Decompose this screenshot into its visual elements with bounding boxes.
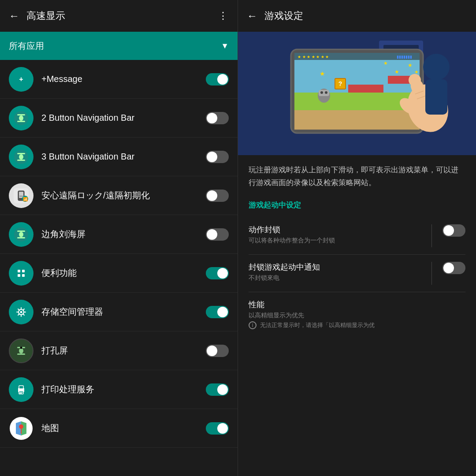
- svg-rect-16: [17, 231, 25, 232]
- svg-rect-61: [319, 90, 329, 96]
- info-icon: i: [249, 321, 257, 329]
- svg-point-73: [423, 54, 450, 80]
- svg-point-62: [320, 91, 323, 94]
- setting-subtitle: 不封锁來电: [249, 274, 426, 282]
- app-icon: [9, 106, 33, 130]
- app-icon: [9, 145, 33, 169]
- setting-text: 封锁游戏起动中通知 不封锁來电: [249, 262, 426, 282]
- svg-point-17: [19, 232, 23, 237]
- list-item: 便利功能: [0, 254, 238, 293]
- list-item: 3 Button Navigation Bar: [0, 138, 238, 176]
- app-icon: 📶: [9, 183, 33, 208]
- svg-text:★: ★: [320, 70, 325, 77]
- svg-rect-23: [22, 274, 25, 277]
- dropdown-arrow-icon: ▼: [221, 41, 229, 51]
- performance-sub: 以高精细显示为优先: [249, 312, 465, 320]
- game-settings-section-title: 游戏起动中设定: [249, 200, 465, 210]
- svg-rect-35: [19, 392, 23, 393]
- app-filter-dropdown[interactable]: 所有应用 ▼: [0, 32, 238, 60]
- list-item: 边角刘海屏: [0, 215, 238, 254]
- svg-text:★ ★ ★ ★ ★ ★ ★: ★ ★ ★ ★ ★ ★ ★: [298, 55, 329, 59]
- svg-rect-29: [17, 353, 25, 355]
- app-name: 存储空间管理器: [41, 306, 198, 318]
- svg-text:+: +: [19, 75, 23, 83]
- toggle-switch[interactable]: [443, 262, 465, 274]
- app-name: 3 Button Navigation Bar: [41, 152, 198, 162]
- svg-point-30: [20, 346, 22, 349]
- list-item: 打印处理服务: [0, 370, 238, 409]
- right-page-title: 游戏设定: [264, 9, 303, 22]
- list-item: + +Message: [0, 60, 238, 99]
- svg-point-4: [19, 115, 23, 121]
- svg-rect-74: [425, 79, 447, 115]
- svg-point-25: [20, 311, 22, 313]
- toggle-wrapper: [437, 224, 465, 237]
- toggle-switch[interactable]: [206, 73, 229, 86]
- app-name: 地图: [41, 422, 198, 434]
- svg-rect-5: [17, 121, 25, 122]
- app-icon: [9, 300, 33, 324]
- svg-text:★: ★: [414, 69, 419, 74]
- toggle-switch[interactable]: [206, 422, 229, 435]
- list-item: 存储空间管理器: [0, 293, 238, 331]
- setting-text: 动作封锁 可以将各种动作整合为一个封锁: [249, 224, 426, 245]
- list-item: 📶 安心遠隔ロック/遠隔初期化: [0, 176, 238, 215]
- game-description: 玩注册游戏时若从上部向下滑动，即可表示出游戏菜单，可以进行游戏画面的录像以及检索…: [249, 164, 465, 190]
- toggle-switch[interactable]: [206, 112, 229, 124]
- toggle-switch[interactable]: [206, 306, 229, 318]
- app-name: 2 Button Navigation Bar: [41, 113, 198, 123]
- svg-text:▮▮▮▮▮▮▮: ▮▮▮▮▮▮▮: [397, 55, 412, 59]
- setting-subtitle: 可以将各种动作整合为一个封锁: [249, 237, 426, 245]
- app-icon: [9, 338, 33, 363]
- svg-rect-36: [19, 393, 22, 394]
- list-item: 打孔屏: [0, 331, 238, 370]
- more-options-button[interactable]: ⋮: [218, 10, 229, 22]
- svg-rect-20: [18, 270, 20, 272]
- svg-text:★: ★: [383, 60, 388, 66]
- svg-rect-33: [19, 386, 23, 389]
- svg-point-63: [325, 91, 327, 94]
- right-back-button[interactable]: ←: [247, 10, 257, 22]
- app-name: 打印处理服务: [41, 383, 198, 395]
- toggle-switch[interactable]: [206, 190, 229, 202]
- performance-note: i 无法正常显示时，请选择「以高精细显示为优: [249, 321, 465, 330]
- app-icon: [9, 377, 33, 402]
- app-name: +Message: [41, 74, 198, 84]
- toggle-switch[interactable]: [206, 267, 229, 279]
- toggle-wrapper: [437, 262, 465, 274]
- app-icon: [9, 222, 33, 247]
- toggle-switch[interactable]: [206, 345, 229, 357]
- app-name: 边角刘海屏: [41, 228, 198, 240]
- app-name: 打孔屏: [41, 345, 198, 357]
- game-illustration: ? ★ ★ ★ ★ ★ ★ ★ ★ ★ ★ ★ ★ ▮▮▮▮▮▮▮: [238, 32, 476, 155]
- setting-action-lock: 动作封锁 可以将各种动作整合为一个封锁: [249, 217, 465, 255]
- svg-text:📶: 📶: [23, 197, 28, 202]
- svg-point-19: [14, 266, 28, 280]
- svg-rect-9: [17, 160, 25, 161]
- performance-section: 性能 以高精细显示为优先 i 无法正常显示时，请选择「以高精细显示为优: [249, 292, 465, 337]
- svg-rect-51: [348, 85, 383, 93]
- right-header: ← 游戏设定: [238, 0, 476, 32]
- right-panel: ← 游戏设定 ? ★: [238, 0, 476, 476]
- divider: [431, 224, 432, 247]
- list-item: 2 Button Navigation Bar: [0, 99, 238, 138]
- toggle-switch[interactable]: [206, 383, 229, 396]
- app-icon: [9, 416, 33, 441]
- right-content: 玩注册游戏时若从上部向下滑动，即可表示出游戏菜单，可以进行游戏画面的录像以及检索…: [238, 155, 476, 476]
- svg-rect-3: [17, 114, 25, 115]
- toggle-switch[interactable]: [206, 228, 229, 241]
- svg-rect-18: [17, 237, 25, 238]
- app-icon: [9, 261, 33, 286]
- performance-title: 性能: [249, 299, 465, 310]
- left-header: ← 高速显示 ⋮: [0, 0, 238, 32]
- list-item: 地图: [0, 409, 238, 448]
- left-back-button[interactable]: ←: [9, 10, 19, 22]
- left-page-title: 高速显示: [26, 9, 211, 22]
- svg-rect-50: [294, 110, 420, 130]
- toggle-switch[interactable]: [206, 151, 229, 163]
- toggle-switch[interactable]: [443, 224, 465, 237]
- svg-text:★: ★: [408, 62, 413, 68]
- app-list: + +Message 2 Button Navigatio: [0, 60, 238, 476]
- svg-rect-7: [17, 153, 25, 154]
- left-panel: ← 高速显示 ⋮ 所有应用 ▼ + +Message: [0, 0, 238, 476]
